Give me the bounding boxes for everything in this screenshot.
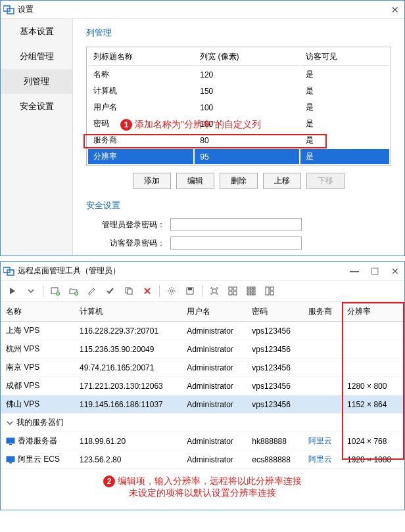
svg-rect-25	[253, 293, 255, 295]
svg-rect-32	[9, 462, 12, 464]
grid-header[interactable]: 服务商	[303, 302, 342, 322]
svg-rect-18	[250, 287, 252, 289]
guest-pwd-label: 访客登录密码：	[93, 238, 165, 249]
grid-row[interactable]: 佛山 VPS119.145.166.186:11037Administrator…	[1, 395, 404, 414]
play-icon[interactable]	[5, 283, 20, 299]
col-row[interactable]: 计算机150是	[88, 83, 389, 99]
grid-row[interactable]: 南京 VPS49.74.216.165:20071Administratorvp…	[1, 359, 404, 377]
grid-row[interactable]: 阿里云 ECS123.56.2.80Administratorecs888888…	[1, 451, 404, 469]
grid-header[interactable]: 计算机	[74, 302, 181, 322]
settings-dialog: 设置 ✕ 基本设置分组管理列管理安全设置 列管理 列标题名称列宽 (像素)访客可…	[0, 0, 405, 256]
settings-content: 列管理 列标题名称列宽 (像素)访客可见 名称120是计算机150是用户名100…	[73, 19, 404, 255]
security-section-title: 安全设置	[86, 200, 391, 211]
edit-icon[interactable]	[84, 283, 100, 299]
svg-rect-31	[7, 456, 14, 462]
guest-pwd-input[interactable]	[170, 236, 302, 250]
svg-rect-27	[270, 287, 274, 290]
close-icon[interactable]: ✕	[391, 266, 399, 277]
svg-rect-24	[250, 293, 252, 295]
svg-rect-19	[253, 287, 255, 289]
grid-header[interactable]: 名称	[1, 302, 74, 322]
grid-row[interactable]: 香港服务器118.99.61.20Administratorhk888888阿里…	[1, 432, 404, 451]
svg-rect-13	[229, 287, 232, 290]
main-window: 远程桌面管理工具（管理员） — ☐ ✕ 名称计算机用户名密码服务商分辨率 上海 …	[0, 261, 405, 510]
svg-rect-20	[247, 290, 249, 292]
new-folder-icon[interactable]	[66, 283, 82, 299]
svg-rect-17	[247, 287, 249, 289]
app-icon	[3, 5, 15, 14]
grid-row[interactable]: 杭州 VPS115.236.35.90:20049Administratorvp…	[1, 340, 404, 359]
callout-1: 1 添加名称为"分辨率"的自定义列	[120, 119, 261, 131]
svg-point-9	[170, 290, 173, 292]
minimize-icon[interactable]: —	[350, 266, 359, 277]
grid-header[interactable]: 分辨率	[342, 302, 404, 322]
grid-header[interactable]: 用户名	[181, 302, 247, 322]
col-row[interactable]: 用户名100是	[88, 100, 389, 115]
delete-icon[interactable]	[139, 283, 155, 299]
svg-rect-11	[188, 288, 192, 290]
section-title: 列管理	[86, 27, 391, 39]
callout-number-1: 1	[120, 119, 132, 131]
toolbar	[1, 280, 404, 302]
monitor-icon	[6, 456, 15, 464]
svg-rect-30	[9, 444, 12, 445]
svg-rect-8	[128, 289, 132, 294]
settings-title: 设置	[18, 4, 391, 15]
grid-row[interactable]: 成都 VPS171.221.203.130:12063Administrator…	[1, 377, 404, 395]
sidebar-item-2[interactable]: 列管理	[1, 69, 72, 94]
svg-rect-14	[233, 287, 237, 290]
move-up-button[interactable]: 上移	[263, 173, 301, 189]
group-row[interactable]: 我的服务器们	[1, 414, 404, 432]
close-icon[interactable]: ✕	[391, 5, 399, 15]
main-title: 远程桌面管理工具（管理员）	[18, 265, 350, 277]
svg-rect-15	[229, 292, 232, 295]
callout-2: 2 编辑项，输入分辨率，远程将以此分辨率连接 未设定的项将以默认设置分辨率连接	[1, 469, 404, 510]
columns-table: 列标题名称列宽 (像素)访客可见 名称120是计算机150是用户名100是密码1…	[86, 47, 391, 166]
sidebar-item-1[interactable]: 分组管理	[1, 44, 72, 69]
svg-rect-23	[247, 293, 249, 295]
svg-rect-21	[250, 290, 252, 292]
col-header: 列宽 (像素)	[195, 49, 299, 66]
svg-rect-16	[233, 292, 237, 295]
move-down-button[interactable]: 下移	[306, 173, 345, 189]
edit-button[interactable]: 编辑	[176, 173, 214, 189]
tile-icon[interactable]	[262, 283, 277, 299]
settings-titlebar: 设置 ✕	[1, 1, 404, 19]
settings-sidebar: 基本设置分组管理列管理安全设置	[1, 19, 73, 255]
sidebar-item-0[interactable]: 基本设置	[1, 19, 72, 44]
admin-pwd-input[interactable]	[170, 218, 302, 231]
fullscreen-icon[interactable]	[206, 283, 222, 299]
add-button[interactable]: 添加	[133, 173, 171, 189]
connection-grid: 名称计算机用户名密码服务商分辨率 上海 VPS116.228.229.37:20…	[1, 302, 404, 469]
svg-rect-28	[270, 292, 274, 295]
app-icon	[3, 267, 15, 276]
svg-rect-22	[253, 290, 255, 292]
save-icon[interactable]	[182, 283, 198, 299]
col-header: 列标题名称	[88, 49, 193, 66]
col-row[interactable]: 服务商80是	[88, 133, 389, 148]
grid-3x3-icon[interactable]	[243, 283, 259, 299]
col-row[interactable]: 名称120是	[88, 67, 389, 82]
maximize-icon[interactable]: ☐	[371, 266, 379, 277]
svg-rect-12	[212, 289, 216, 293]
svg-rect-29	[7, 438, 14, 443]
settings-icon[interactable]	[164, 283, 179, 299]
monitor-icon	[6, 437, 15, 445]
grid-row[interactable]: 上海 VPS116.228.229.37:20701Administratorv…	[1, 322, 404, 340]
delete-button[interactable]: 删除	[220, 173, 258, 189]
col-row[interactable]: 分辨率95是	[88, 149, 389, 164]
sidebar-item-3[interactable]: 安全设置	[1, 94, 72, 119]
grid-2x2-icon[interactable]	[225, 283, 241, 299]
col-header: 访客可见	[300, 49, 389, 66]
callout-number-2: 2	[103, 476, 115, 487]
admin-pwd-label: 管理员登录密码：	[93, 219, 165, 231]
main-titlebar: 远程桌面管理工具（管理员） — ☐ ✕	[1, 262, 404, 280]
grid-header[interactable]: 密码	[247, 302, 302, 322]
dropdown-icon[interactable]	[23, 283, 39, 299]
check-icon[interactable]	[103, 283, 118, 299]
new-item-icon[interactable]	[47, 283, 63, 299]
copy-icon[interactable]	[121, 283, 137, 299]
svg-rect-26	[266, 287, 269, 295]
